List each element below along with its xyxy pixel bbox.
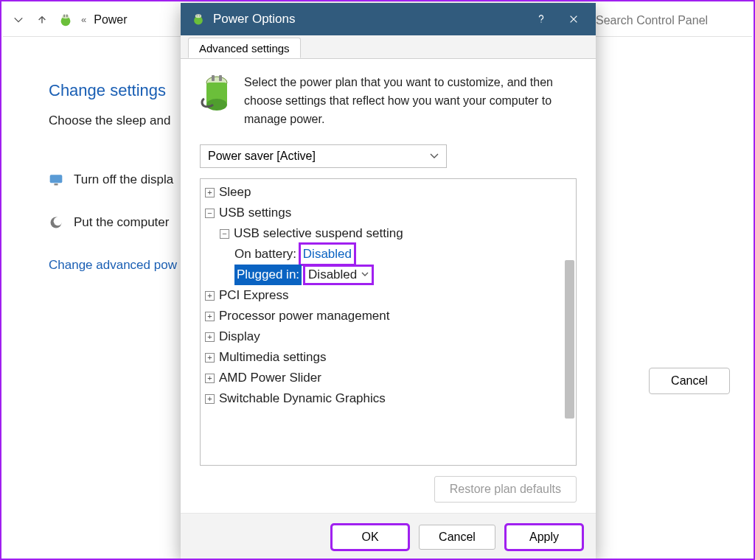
tree-node-usb-settings[interactable]: −USB settings [205, 203, 563, 223]
tree-label: On battery: [234, 244, 296, 265]
tree-label: AMD Power Slider [219, 368, 321, 388]
svg-point-7 [54, 217, 63, 226]
plugged-in-label: Plugged in: [234, 265, 302, 285]
tree-label: USB settings [219, 203, 291, 223]
battery-large-icon [200, 74, 234, 112]
dialog-footer: OK Cancel Apply [181, 513, 596, 560]
dialog-content: Select the power plan that you want to c… [181, 59, 596, 513]
nav-back-dropdown-icon[interactable] [10, 12, 27, 28]
expand-icon[interactable]: + [205, 374, 215, 383]
expand-icon[interactable]: + [205, 353, 215, 363]
tree-label: PCI Express [219, 285, 288, 306]
cp-cancel-button[interactable]: Cancel [649, 368, 730, 394]
power-plan-icon [58, 12, 74, 28]
tree-node-display[interactable]: +Display [205, 326, 563, 347]
tree-node-usb-selective-suspend[interactable]: −USB selective suspend setting [205, 223, 563, 244]
plugged-in-value: Disabled [308, 265, 357, 285]
apply-button[interactable]: Apply [506, 525, 582, 550]
power-plan-select[interactable]: Power saver [Active] [200, 144, 447, 168]
svg-rect-10 [197, 14, 198, 16]
row-turn-off-display-label: Turn off the displa [74, 172, 173, 187]
tree-label: Display [219, 326, 260, 347]
power-plan-select-value: Power saver [Active] [208, 150, 316, 163]
svg-rect-5 [55, 183, 58, 186]
close-button[interactable] [557, 3, 590, 35]
power-options-dialog: Power Options Advanced settings Select t… [181, 3, 596, 560]
chevron-down-icon [430, 152, 439, 161]
restore-defaults-button[interactable]: Restore plan defaults [434, 476, 577, 503]
breadcrumb-separator: « [81, 14, 86, 25]
dialog-titlebar[interactable]: Power Options [181, 3, 596, 35]
expand-icon[interactable]: + [205, 291, 215, 301]
tree-label: Processor power management [219, 306, 390, 326]
dialog-tabstrip: Advanced settings [181, 35, 596, 59]
tree-label: USB selective suspend setting [234, 223, 403, 244]
svg-rect-2 [63, 14, 65, 17]
svg-rect-11 [199, 14, 201, 16]
svg-rect-3 [66, 14, 68, 17]
collapse-icon[interactable]: − [205, 209, 215, 218]
tree-label: Multimedia settings [219, 347, 327, 368]
expand-icon[interactable]: + [205, 332, 215, 342]
tree-scrollbar[interactable] [565, 260, 574, 419]
chevron-down-icon [361, 271, 369, 279]
nav-up-icon[interactable] [34, 12, 50, 28]
cancel-button[interactable]: Cancel [419, 525, 495, 550]
svg-point-9 [195, 14, 201, 18]
tree-node-on-battery[interactable]: On battery: Disabled [205, 244, 563, 265]
svg-rect-4 [50, 175, 63, 183]
tree-node-multimedia[interactable]: +Multimedia settings [205, 347, 563, 368]
expand-icon[interactable]: + [205, 312, 215, 321]
tree-node-sleep[interactable]: +Sleep [205, 182, 563, 203]
tree-node-pci-express[interactable]: +PCI Express [205, 285, 563, 306]
svg-point-14 [206, 99, 227, 111]
dialog-title: Power Options [213, 12, 525, 27]
moon-icon [49, 215, 63, 230]
tree-node-amd-power-slider[interactable]: +AMD Power Slider [205, 368, 563, 388]
expand-icon[interactable]: + [205, 394, 215, 404]
svg-rect-15 [212, 75, 215, 81]
tree-label: Switchable Dynamic Graphics [219, 388, 386, 409]
dialog-description: Select the power plan that you want to c… [244, 74, 577, 128]
plugged-in-value-select[interactable]: Disabled [305, 266, 372, 284]
power-options-icon [191, 12, 206, 27]
settings-tree[interactable]: +Sleep −USB settings −USB selective susp… [200, 178, 577, 466]
help-button[interactable] [525, 3, 557, 35]
ok-button[interactable]: OK [332, 525, 408, 550]
tree-node-switchable-graphics[interactable]: +Switchable Dynamic Graphics [205, 388, 563, 409]
monitor-icon [49, 172, 63, 187]
tree-node-plugged-in[interactable]: Plugged in: Disabled [205, 265, 563, 285]
svg-rect-16 [219, 75, 222, 81]
collapse-icon[interactable]: − [220, 229, 229, 239]
expand-icon[interactable]: + [205, 188, 215, 197]
tree-label: Sleep [219, 182, 251, 203]
search-input[interactable] [594, 10, 742, 31]
svg-point-1 [62, 14, 69, 18]
tree-node-processor-power[interactable]: +Processor power management [205, 306, 563, 326]
on-battery-value[interactable]: Disabled [300, 244, 355, 265]
breadcrumb[interactable]: Power [94, 13, 127, 27]
tab-advanced-settings[interactable]: Advanced settings [188, 38, 301, 58]
row-sleep-label: Put the computer [74, 215, 169, 230]
